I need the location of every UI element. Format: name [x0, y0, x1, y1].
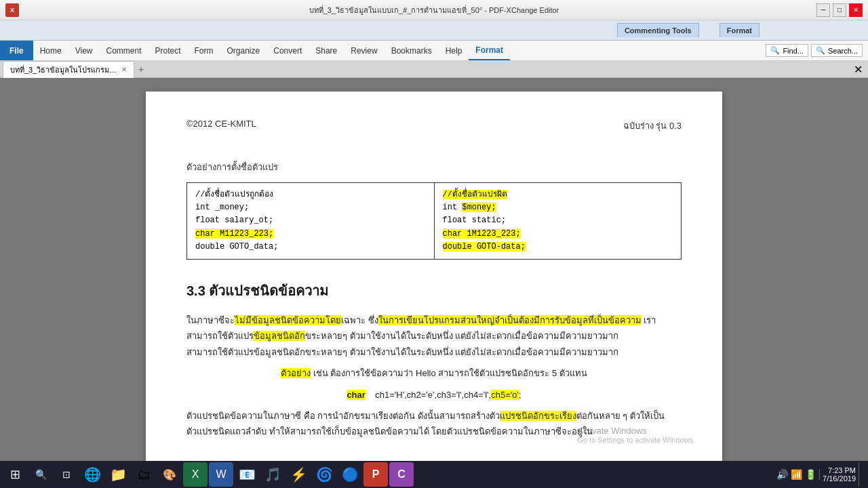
document-page: ©2012 CE-KMITL ฉบับร่าง รุ่น 0.3 ตัวอย่า…: [146, 92, 722, 468]
code-wrong-line-4: double GOTO-data;: [443, 241, 673, 253]
section-title-text: ตัวอย่างการตั้งชื่อตัวแปร: [186, 162, 278, 172]
menu-view[interactable]: View: [68, 41, 100, 60]
menu-file[interactable]: File: [0, 41, 33, 60]
taskbar-app3-icon[interactable]: C: [389, 462, 414, 487]
menu-help[interactable]: Help: [439, 41, 469, 60]
code-wrong-comment: //ตั้งชื่อตัวแปรผิด: [443, 188, 673, 201]
tab-label: บทที่_3_วิธาข้อมูลในโปรแกรม_#_การตำนามแอ…: [10, 64, 119, 76]
menu-comment[interactable]: Comment: [99, 41, 148, 60]
taskbar-pdf-icon[interactable]: P: [363, 462, 388, 487]
code-correct-line-1: int _money;: [195, 201, 426, 214]
document-tab[interactable]: บทที่_3_วิธาข้อมูลในโปรแกรม_#_การตำนามแอ…: [3, 61, 134, 78]
code-correct-line-3: char M11223_223;: [195, 228, 426, 241]
tabbar: บทที่_3_วิธาข้อมูลในโปรแกรม_#_การตำนามแอ…: [0, 61, 868, 78]
tray-divider: [819, 469, 820, 480]
close-button[interactable]: ✕: [849, 3, 863, 17]
code-wrong-cell: //ตั้งชื่อตัวแปรผิด int $money; float st…: [434, 183, 682, 260]
titlebar-controls: ─ □ ✕: [816, 3, 863, 17]
doc-header: ©2012 CE-KMITL ฉบับร่าง รุ่น 0.3: [186, 119, 682, 133]
code-correct-comment: //ตั้งชื่อตัวแปรถูกต้อง: [195, 188, 426, 201]
start-button[interactable]: ⊞: [3, 462, 27, 487]
system-tray: 🔊 📶 🔋 7:23 PM 7/16/2019: [774, 462, 865, 487]
taskbar-browser-icon[interactable]: 🌀: [312, 462, 336, 487]
taskbar-word-icon[interactable]: W: [209, 462, 233, 487]
clock[interactable]: 7:23 PM 7/16/2019: [823, 466, 856, 483]
menu-convert[interactable]: Convert: [267, 41, 309, 60]
menu-protect[interactable]: Protect: [149, 41, 188, 60]
taskbar-paint-icon[interactable]: 🎨: [157, 462, 182, 487]
version-text: ฉบับร่าง รุ่น 0.3: [623, 119, 682, 133]
new-tab-button[interactable]: +: [134, 62, 148, 76]
windows-taskbar: ⊞ 🔍 ⊡ 🌐 📁 🗂 🎨 X W 📧 🎵 ⚡ 🌀 🔵 P C 🔊 📶 🔋 7:…: [0, 461, 868, 488]
menu-bookmarks[interactable]: Bookmarks: [384, 41, 439, 60]
show-desktop-button[interactable]: [859, 462, 863, 487]
section-33-text: 3.3 ตัวแปรชนิดข้อความ: [186, 283, 328, 298]
menu-form[interactable]: Form: [188, 41, 220, 60]
search-icon: 🔍: [816, 46, 825, 55]
taskbar-time: 7:23 PM: [823, 466, 856, 474]
menu-share[interactable]: Share: [309, 41, 344, 60]
format-tab[interactable]: Format: [719, 23, 760, 37]
titlebar: X บทที่_3_วิธาข้อมูลในแบบเก_#_การตำนามแอ…: [0, 0, 868, 20]
menu-organize[interactable]: Organize: [220, 41, 267, 60]
code-table: //ตั้งชื่อตัวแปรถูกต้อง int _money; floa…: [186, 182, 682, 260]
menu-format[interactable]: Format: [469, 41, 510, 60]
find-label: Find...: [783, 47, 804, 55]
taskview-button[interactable]: ⊡: [54, 462, 79, 487]
paragraph-2: ตัวอย่าง เช่น ต้องการใช้ข้อความว่า Hello…: [186, 365, 682, 381]
section-33-heading: 3.3 ตัวแปรชนิดข้อความ: [186, 280, 682, 302]
search-bar[interactable]: 🔍 Search...: [811, 44, 863, 57]
taskbar-edge-icon[interactable]: 🌐: [80, 462, 104, 487]
code-wrong-line-3: char 1M1223_223;: [443, 228, 673, 241]
char-example-line: char ch1='H',ch2='e',ch3='l',ch4='l',ch5…: [186, 387, 682, 403]
paragraph-3: ตัวแปรชนิดข้อความในภาษาซี คือ การนำอักขร…: [186, 408, 682, 440]
tray-icons: 🔊 📶 🔋: [776, 469, 816, 480]
code-correct-cell: //ตั้งชื่อตัวแปรถูกต้อง int _money; floa…: [187, 183, 435, 260]
taskbar-chrome-icon[interactable]: 🔵: [338, 462, 362, 487]
menu-review[interactable]: Review: [344, 41, 384, 60]
code-wrong-line-2: float static;: [443, 214, 673, 227]
maximize-button[interactable]: □: [833, 3, 846, 17]
taskbar-explorer-icon[interactable]: 📁: [106, 462, 130, 487]
taskbar-excel-icon[interactable]: X: [183, 462, 208, 487]
taskbar-date: 7/16/2019: [823, 474, 856, 483]
minimize-button[interactable]: ─: [816, 3, 830, 17]
paragraph-1: ในภาษาซีจะไม่มีข้อมูลชนิดข้อความโดยเฉพาะ…: [186, 312, 682, 360]
find-bar[interactable]: 🔍 Find...: [766, 44, 808, 57]
menu-home[interactable]: Home: [33, 41, 68, 60]
taskbar-app2-icon[interactable]: ⚡: [286, 462, 311, 487]
search-button[interactable]: 🔍: [28, 462, 53, 487]
taskbar-app1-icon[interactable]: 🗂: [132, 462, 156, 487]
section-title: ตัวอย่างการตั้งชื่อตัวแปร: [186, 160, 682, 174]
find-icon: 🔍: [770, 46, 780, 55]
close-panel-button[interactable]: ✕: [851, 63, 865, 76]
commenting-tools-tab[interactable]: Commenting Tools: [617, 23, 699, 37]
code-correct-line-2: float salary_ot;: [195, 214, 426, 227]
ribbon-labels-bar: Commenting Tools Format: [0, 20, 868, 41]
tab-close-button[interactable]: ✕: [121, 66, 127, 73]
code-wrong-line-1: int $money;: [443, 201, 673, 214]
search-label: Search...: [828, 47, 858, 55]
copyright-text: ©2012 CE-KMITL: [186, 119, 256, 133]
code-correct-line-4: double GOTO_data;: [195, 241, 426, 253]
window-title: บทที่_3_วิธาข้อมูลในแบบเก_#_การตำนามแอขท…: [309, 4, 559, 16]
taskbar-media-icon[interactable]: 🎵: [260, 462, 285, 487]
menubar: File Home View Comment Protect Form Orga…: [0, 41, 868, 61]
taskbar-outlook-icon[interactable]: 📧: [235, 462, 259, 487]
titlebar-left: X: [5, 3, 19, 17]
main-area: ©2012 CE-KMITL ฉบับร่าง รุ่น 0.3 ตัวอย่า…: [0, 78, 868, 468]
document-area[interactable]: ©2012 CE-KMITL ฉบับร่าง รุ่น 0.3 ตัวอย่า…: [0, 78, 868, 468]
